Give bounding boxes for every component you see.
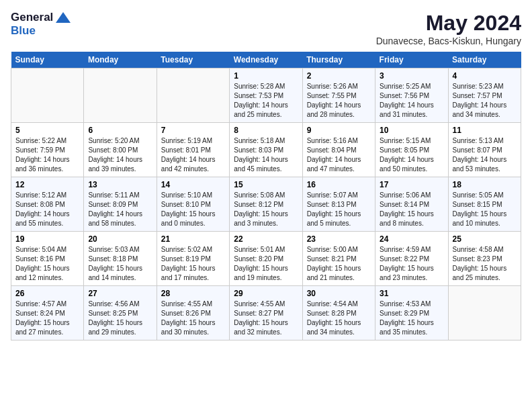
day-number: 5 [15, 126, 79, 135]
day-cell-25: 25Sunrise: 4:58 AMSunset: 8:23 PMDayligh… [448, 232, 521, 286]
logo-icon [54, 11, 72, 24]
day-info: Sunrise: 5:02 AMSunset: 8:19 PMDaylight:… [161, 245, 225, 283]
day-info: Sunrise: 5:03 AMSunset: 8:18 PMDaylight:… [88, 245, 152, 283]
day-cell-1: 1Sunrise: 5:28 AMSunset: 7:53 PMDaylight… [230, 68, 302, 123]
calendar-title-area: May 2024 Dunavecse, Bacs-Kiskun, Hungary [376, 11, 521, 46]
day-cell-4: 4Sunrise: 5:23 AMSunset: 7:57 PMDaylight… [448, 68, 521, 123]
day-cell-9: 9Sunrise: 5:16 AMSunset: 8:04 PMDaylight… [302, 123, 375, 177]
day-number: 10 [380, 126, 443, 135]
day-cell-6: 6Sunrise: 5:20 AMSunset: 8:00 PMDaylight… [84, 123, 157, 177]
day-info: Sunrise: 5:06 AMSunset: 8:14 PMDaylight:… [380, 191, 443, 228]
day-number: 13 [88, 180, 152, 189]
day-number: 22 [234, 234, 298, 244]
day-number: 17 [380, 180, 443, 189]
day-info: Sunrise: 5:05 AMSunset: 8:15 PMDaylight:… [453, 191, 517, 228]
day-cell-7: 7Sunrise: 5:19 AMSunset: 8:01 PMDaylight… [157, 123, 229, 177]
logo-text-blue: Blue [11, 24, 36, 37]
day-number: 27 [88, 289, 152, 298]
day-cell-2: 2Sunrise: 5:26 AMSunset: 7:55 PMDaylight… [302, 68, 375, 123]
day-info: Sunrise: 5:11 AMSunset: 8:09 PMDaylight:… [88, 191, 152, 228]
day-cell-8: 8Sunrise: 5:18 AMSunset: 8:03 PMDaylight… [230, 123, 302, 177]
day-number: 28 [161, 289, 225, 298]
day-info: Sunrise: 4:55 AMSunset: 8:26 PMDaylight:… [161, 300, 225, 337]
day-number: 11 [453, 126, 517, 135]
day-number: 16 [307, 180, 371, 189]
day-cell-17: 17Sunrise: 5:06 AMSunset: 8:14 PMDayligh… [375, 177, 448, 232]
day-cell-31: 31Sunrise: 4:53 AMSunset: 8:29 PMDayligh… [375, 286, 448, 340]
day-number: 21 [161, 234, 225, 244]
week-row-4: 26Sunrise: 4:57 AMSunset: 8:24 PMDayligh… [11, 286, 521, 340]
week-row-2: 12Sunrise: 5:12 AMSunset: 8:08 PMDayligh… [11, 177, 521, 232]
day-cell-14: 14Sunrise: 5:10 AMSunset: 8:10 PMDayligh… [157, 177, 229, 232]
day-info: Sunrise: 5:04 AMSunset: 8:16 PMDaylight:… [15, 245, 79, 283]
week-row-0: 1Sunrise: 5:28 AMSunset: 7:53 PMDaylight… [11, 68, 521, 123]
day-cell-28: 28Sunrise: 4:55 AMSunset: 8:26 PMDayligh… [157, 286, 229, 340]
header-wednesday: Wednesday [230, 52, 302, 68]
day-number: 7 [161, 126, 225, 135]
day-number: 1 [234, 71, 298, 81]
day-info: Sunrise: 5:07 AMSunset: 8:13 PMDaylight:… [307, 191, 371, 228]
day-number: 8 [234, 126, 298, 135]
day-cell-30: 30Sunrise: 4:54 AMSunset: 8:28 PMDayligh… [302, 286, 375, 340]
day-info: Sunrise: 5:10 AMSunset: 8:10 PMDaylight:… [161, 191, 225, 228]
empty-cell [157, 68, 229, 123]
logo: General Blue [11, 11, 72, 38]
day-cell-10: 10Sunrise: 5:15 AMSunset: 8:05 PMDayligh… [375, 123, 448, 177]
empty-cell [11, 68, 84, 123]
week-row-1: 5Sunrise: 5:22 AMSunset: 7:59 PMDaylight… [11, 123, 521, 177]
day-info: Sunrise: 5:01 AMSunset: 8:20 PMDaylight:… [234, 245, 298, 283]
day-cell-18: 18Sunrise: 5:05 AMSunset: 8:15 PMDayligh… [448, 177, 521, 232]
day-cell-5: 5Sunrise: 5:22 AMSunset: 7:59 PMDaylight… [11, 123, 84, 177]
day-number: 15 [234, 180, 298, 189]
header-thursday: Thursday [302, 52, 375, 68]
day-number: 19 [15, 234, 79, 244]
day-cell-11: 11Sunrise: 5:13 AMSunset: 8:07 PMDayligh… [448, 123, 521, 177]
day-number: 9 [307, 126, 371, 135]
page-header: General Blue May 2024 Dunavecse, Bacs-Ki… [11, 11, 521, 46]
day-number: 18 [453, 180, 517, 189]
day-cell-12: 12Sunrise: 5:12 AMSunset: 8:08 PMDayligh… [11, 177, 84, 232]
day-info: Sunrise: 5:08 AMSunset: 8:12 PMDaylight:… [234, 191, 298, 228]
day-info: Sunrise: 5:22 AMSunset: 7:59 PMDaylight:… [15, 136, 79, 174]
day-info: Sunrise: 4:58 AMSunset: 8:23 PMDaylight:… [453, 245, 517, 283]
day-number: 31 [380, 289, 443, 298]
day-info: Sunrise: 5:00 AMSunset: 8:21 PMDaylight:… [307, 245, 371, 283]
day-number: 12 [15, 180, 79, 189]
header-monday: Monday [84, 52, 157, 68]
day-number: 29 [234, 289, 298, 298]
day-cell-27: 27Sunrise: 4:56 AMSunset: 8:25 PMDayligh… [84, 286, 157, 340]
day-info: Sunrise: 4:56 AMSunset: 8:25 PMDaylight:… [88, 300, 152, 337]
day-number: 30 [307, 289, 371, 298]
day-info: Sunrise: 4:59 AMSunset: 8:22 PMDaylight:… [380, 245, 443, 283]
calendar-table: SundayMondayTuesdayWednesdayThursdayFrid… [11, 52, 521, 340]
day-number: 23 [307, 234, 371, 244]
day-number: 25 [453, 234, 517, 244]
day-number: 4 [453, 71, 517, 81]
day-info: Sunrise: 5:25 AMSunset: 7:56 PMDaylight:… [380, 82, 443, 120]
calendar-header-row: SundayMondayTuesdayWednesdayThursdayFrid… [11, 52, 521, 68]
day-info: Sunrise: 5:28 AMSunset: 7:53 PMDaylight:… [234, 82, 298, 120]
day-cell-24: 24Sunrise: 4:59 AMSunset: 8:22 PMDayligh… [375, 232, 448, 286]
day-info: Sunrise: 5:15 AMSunset: 8:05 PMDaylight:… [380, 136, 443, 174]
day-number: 26 [15, 289, 79, 298]
empty-cell [448, 286, 521, 340]
day-info: Sunrise: 5:16 AMSunset: 8:04 PMDaylight:… [307, 136, 371, 174]
empty-cell [84, 68, 157, 123]
header-friday: Friday [375, 52, 448, 68]
day-number: 24 [380, 234, 443, 244]
calendar-title: May 2024 [376, 11, 521, 36]
header-sunday: Sunday [11, 52, 84, 68]
day-info: Sunrise: 5:26 AMSunset: 7:55 PMDaylight:… [307, 82, 371, 120]
day-number: 3 [380, 71, 443, 81]
day-cell-3: 3Sunrise: 5:25 AMSunset: 7:56 PMDaylight… [375, 68, 448, 123]
day-info: Sunrise: 5:12 AMSunset: 8:08 PMDaylight:… [15, 191, 79, 228]
day-cell-21: 21Sunrise: 5:02 AMSunset: 8:19 PMDayligh… [157, 232, 229, 286]
day-info: Sunrise: 5:13 AMSunset: 8:07 PMDaylight:… [453, 136, 517, 174]
week-row-3: 19Sunrise: 5:04 AMSunset: 8:16 PMDayligh… [11, 232, 521, 286]
day-info: Sunrise: 5:19 AMSunset: 8:01 PMDaylight:… [161, 136, 225, 174]
day-info: Sunrise: 4:55 AMSunset: 8:27 PMDaylight:… [234, 300, 298, 337]
day-number: 6 [88, 126, 152, 135]
header-tuesday: Tuesday [157, 52, 229, 68]
day-info: Sunrise: 4:54 AMSunset: 8:28 PMDaylight:… [307, 300, 371, 337]
day-cell-13: 13Sunrise: 5:11 AMSunset: 8:09 PMDayligh… [84, 177, 157, 232]
